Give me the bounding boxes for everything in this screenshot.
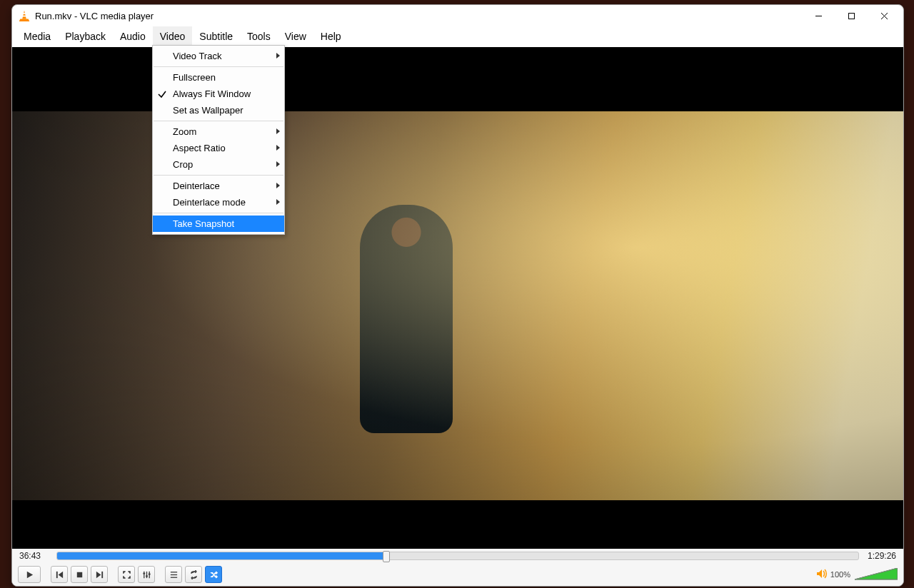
close-button[interactable] [868, 5, 900, 26]
check-icon [157, 88, 167, 98]
seek-fill [57, 552, 386, 559]
shuffle-button[interactable] [205, 566, 222, 583]
menu-audio[interactable]: Audio [113, 26, 153, 46]
submenu-arrow-icon [276, 128, 280, 134]
maximize-button[interactable] [835, 5, 868, 26]
vlc-cone-icon [18, 9, 31, 22]
previous-button[interactable] [51, 566, 68, 583]
svg-marker-8 [58, 571, 63, 577]
seek-row: 36:43 1:29:26 [12, 549, 903, 563]
menu-item-video-track[interactable]: Video Track [153, 48, 284, 64]
loop-button[interactable] [185, 566, 202, 583]
video-viewport[interactable] [12, 47, 903, 549]
elapsed-time[interactable]: 36:43 [19, 551, 51, 561]
menu-separator [154, 175, 283, 176]
submenu-arrow-icon [276, 145, 280, 151]
menu-separator [154, 66, 283, 67]
speaker-icon [816, 569, 828, 581]
volume-control[interactable]: 100% [816, 568, 898, 581]
menu-item-always-fit-window[interactable]: Always Fit Window [153, 86, 284, 102]
titlebar: Run.mkv - VLC media player [12, 5, 903, 26]
menu-tools[interactable]: Tools [240, 26, 278, 46]
menu-item-zoom[interactable]: Zoom [153, 123, 284, 140]
app-window: Run.mkv - VLC media player Media Playbac… [11, 4, 904, 587]
submenu-arrow-icon [276, 199, 280, 205]
volume-slider[interactable] [855, 568, 898, 581]
svg-rect-11 [101, 571, 103, 577]
svg-marker-21 [817, 569, 822, 578]
svg-marker-6 [26, 571, 32, 577]
menubar: Media Playback Audio Video Subtitle Tool… [12, 26, 903, 47]
fullscreen-button[interactable] [118, 566, 135, 583]
stop-button[interactable] [71, 566, 88, 583]
svg-rect-7 [56, 571, 57, 577]
menu-media[interactable]: Media [16, 26, 58, 46]
svg-marker-10 [96, 571, 101, 577]
video-menu-dropdown: Video TrackFullscreenAlways Fit WindowSe… [152, 45, 285, 235]
svg-rect-17 [148, 573, 150, 574]
menu-item-take-snapshot[interactable]: Take Snapshot [153, 216, 284, 232]
menu-item-crop[interactable]: Crop [153, 156, 284, 173]
menu-item-deinterlace-mode[interactable]: Deinterlace mode [153, 194, 284, 211]
extended-settings-button[interactable] [138, 566, 155, 583]
play-button[interactable] [18, 566, 41, 583]
submenu-arrow-icon [276, 53, 280, 59]
svg-rect-0 [23, 13, 26, 14]
next-button[interactable] [91, 566, 108, 583]
menu-separator [154, 213, 283, 213]
letterbox-top [12, 47, 903, 111]
svg-rect-16 [146, 575, 148, 577]
svg-rect-15 [143, 572, 145, 574]
minimize-button[interactable] [802, 5, 835, 26]
menu-item-fullscreen[interactable]: Fullscreen [153, 69, 284, 86]
video-frame [12, 111, 903, 500]
seek-slider[interactable] [56, 552, 859, 560]
total-time[interactable]: 1:29:26 [865, 551, 896, 561]
letterbox-bottom [12, 500, 903, 549]
menu-item-deinterlace[interactable]: Deinterlace [153, 178, 284, 194]
menu-separator [154, 121, 283, 121]
menu-view[interactable]: View [278, 26, 313, 46]
window-title: Run.mkv - VLC media player [35, 11, 154, 21]
volume-percent: 100% [830, 570, 850, 579]
submenu-arrow-icon [276, 183, 280, 188]
menu-playback[interactable]: Playback [58, 26, 113, 46]
svg-rect-9 [76, 572, 81, 577]
svg-rect-1 [22, 16, 26, 17]
video-frame-figure [360, 205, 453, 433]
menu-item-aspect-ratio[interactable]: Aspect Ratio [153, 140, 284, 156]
controls-bar: 100% [12, 563, 903, 586]
menu-video[interactable]: Video [153, 26, 193, 46]
menu-item-set-as-wallpaper[interactable]: Set as Wallpaper [153, 102, 284, 118]
playlist-button[interactable] [165, 566, 182, 583]
svg-rect-3 [848, 13, 854, 19]
menu-help[interactable]: Help [313, 26, 348, 46]
menu-subtitle[interactable]: Subtitle [192, 26, 240, 46]
seek-knob[interactable] [383, 551, 390, 562]
submenu-arrow-icon [276, 161, 280, 167]
